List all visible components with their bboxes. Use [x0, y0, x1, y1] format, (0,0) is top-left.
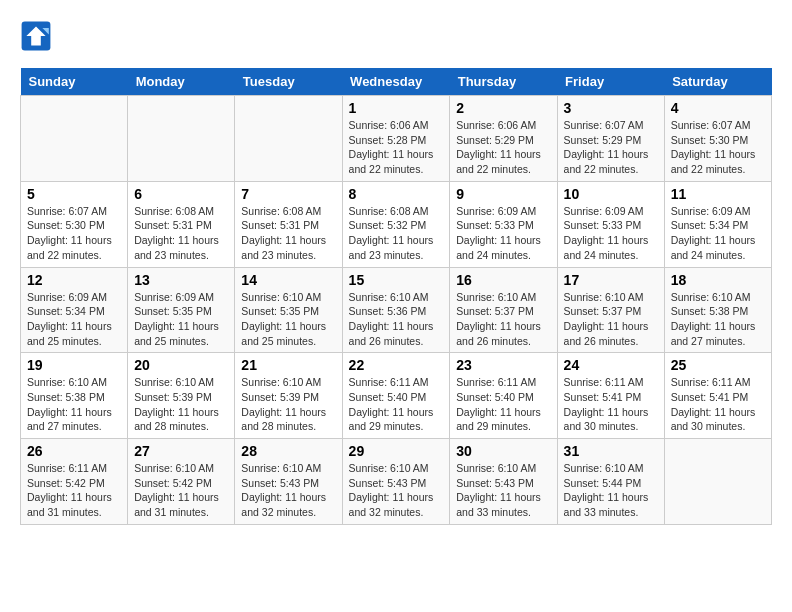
header-monday: Monday	[128, 68, 235, 96]
week-row-2: 5Sunrise: 6:07 AM Sunset: 5:30 PM Daylig…	[21, 181, 772, 267]
day-cell: 10Sunrise: 6:09 AM Sunset: 5:33 PM Dayli…	[557, 181, 664, 267]
day-number: 6	[134, 186, 228, 202]
day-cell: 13Sunrise: 6:09 AM Sunset: 5:35 PM Dayli…	[128, 267, 235, 353]
day-cell: 18Sunrise: 6:10 AM Sunset: 5:38 PM Dayli…	[664, 267, 771, 353]
day-cell: 14Sunrise: 6:10 AM Sunset: 5:35 PM Dayli…	[235, 267, 342, 353]
day-info: Sunrise: 6:06 AM Sunset: 5:28 PM Dayligh…	[349, 118, 444, 177]
week-row-1: 1Sunrise: 6:06 AM Sunset: 5:28 PM Daylig…	[21, 96, 772, 182]
day-number: 22	[349, 357, 444, 373]
day-cell	[664, 439, 771, 525]
day-info: Sunrise: 6:10 AM Sunset: 5:38 PM Dayligh…	[671, 290, 765, 349]
day-number: 3	[564, 100, 658, 116]
day-info: Sunrise: 6:08 AM Sunset: 5:31 PM Dayligh…	[241, 204, 335, 263]
day-number: 17	[564, 272, 658, 288]
day-number: 1	[349, 100, 444, 116]
day-cell: 12Sunrise: 6:09 AM Sunset: 5:34 PM Dayli…	[21, 267, 128, 353]
week-row-3: 12Sunrise: 6:09 AM Sunset: 5:34 PM Dayli…	[21, 267, 772, 353]
day-cell: 28Sunrise: 6:10 AM Sunset: 5:43 PM Dayli…	[235, 439, 342, 525]
day-cell: 23Sunrise: 6:11 AM Sunset: 5:40 PM Dayli…	[450, 353, 557, 439]
day-cell	[21, 96, 128, 182]
day-number: 20	[134, 357, 228, 373]
day-cell: 2Sunrise: 6:06 AM Sunset: 5:29 PM Daylig…	[450, 96, 557, 182]
day-number: 2	[456, 100, 550, 116]
day-info: Sunrise: 6:09 AM Sunset: 5:34 PM Dayligh…	[27, 290, 121, 349]
day-info: Sunrise: 6:10 AM Sunset: 5:36 PM Dayligh…	[349, 290, 444, 349]
day-number: 28	[241, 443, 335, 459]
day-info: Sunrise: 6:11 AM Sunset: 5:40 PM Dayligh…	[456, 375, 550, 434]
day-number: 19	[27, 357, 121, 373]
calendar-table: SundayMondayTuesdayWednesdayThursdayFrid…	[20, 68, 772, 525]
day-number: 11	[671, 186, 765, 202]
day-info: Sunrise: 6:07 AM Sunset: 5:30 PM Dayligh…	[27, 204, 121, 263]
day-info: Sunrise: 6:10 AM Sunset: 5:42 PM Dayligh…	[134, 461, 228, 520]
day-info: Sunrise: 6:07 AM Sunset: 5:29 PM Dayligh…	[564, 118, 658, 177]
day-cell: 27Sunrise: 6:10 AM Sunset: 5:42 PM Dayli…	[128, 439, 235, 525]
day-number: 18	[671, 272, 765, 288]
day-number: 5	[27, 186, 121, 202]
day-info: Sunrise: 6:10 AM Sunset: 5:39 PM Dayligh…	[134, 375, 228, 434]
day-info: Sunrise: 6:11 AM Sunset: 5:41 PM Dayligh…	[564, 375, 658, 434]
day-info: Sunrise: 6:11 AM Sunset: 5:42 PM Dayligh…	[27, 461, 121, 520]
day-number: 21	[241, 357, 335, 373]
header-tuesday: Tuesday	[235, 68, 342, 96]
day-number: 12	[27, 272, 121, 288]
header-wednesday: Wednesday	[342, 68, 450, 96]
day-cell: 16Sunrise: 6:10 AM Sunset: 5:37 PM Dayli…	[450, 267, 557, 353]
day-number: 29	[349, 443, 444, 459]
day-info: Sunrise: 6:10 AM Sunset: 5:44 PM Dayligh…	[564, 461, 658, 520]
header-friday: Friday	[557, 68, 664, 96]
calendar-header-row: SundayMondayTuesdayWednesdayThursdayFrid…	[21, 68, 772, 96]
day-number: 23	[456, 357, 550, 373]
header-sunday: Sunday	[21, 68, 128, 96]
logo	[20, 20, 56, 52]
day-cell: 8Sunrise: 6:08 AM Sunset: 5:32 PM Daylig…	[342, 181, 450, 267]
day-info: Sunrise: 6:10 AM Sunset: 5:35 PM Dayligh…	[241, 290, 335, 349]
day-number: 15	[349, 272, 444, 288]
day-info: Sunrise: 6:11 AM Sunset: 5:41 PM Dayligh…	[671, 375, 765, 434]
day-number: 10	[564, 186, 658, 202]
logo-icon	[20, 20, 52, 52]
day-info: Sunrise: 6:09 AM Sunset: 5:33 PM Dayligh…	[456, 204, 550, 263]
day-cell: 26Sunrise: 6:11 AM Sunset: 5:42 PM Dayli…	[21, 439, 128, 525]
day-cell	[128, 96, 235, 182]
day-cell: 20Sunrise: 6:10 AM Sunset: 5:39 PM Dayli…	[128, 353, 235, 439]
week-row-5: 26Sunrise: 6:11 AM Sunset: 5:42 PM Dayli…	[21, 439, 772, 525]
day-info: Sunrise: 6:08 AM Sunset: 5:32 PM Dayligh…	[349, 204, 444, 263]
header-saturday: Saturday	[664, 68, 771, 96]
day-number: 30	[456, 443, 550, 459]
day-info: Sunrise: 6:10 AM Sunset: 5:43 PM Dayligh…	[349, 461, 444, 520]
day-cell: 15Sunrise: 6:10 AM Sunset: 5:36 PM Dayli…	[342, 267, 450, 353]
day-info: Sunrise: 6:10 AM Sunset: 5:37 PM Dayligh…	[456, 290, 550, 349]
day-number: 7	[241, 186, 335, 202]
day-number: 24	[564, 357, 658, 373]
day-info: Sunrise: 6:09 AM Sunset: 5:35 PM Dayligh…	[134, 290, 228, 349]
day-cell: 21Sunrise: 6:10 AM Sunset: 5:39 PM Dayli…	[235, 353, 342, 439]
day-cell: 3Sunrise: 6:07 AM Sunset: 5:29 PM Daylig…	[557, 96, 664, 182]
day-cell: 29Sunrise: 6:10 AM Sunset: 5:43 PM Dayli…	[342, 439, 450, 525]
day-cell: 22Sunrise: 6:11 AM Sunset: 5:40 PM Dayli…	[342, 353, 450, 439]
day-number: 8	[349, 186, 444, 202]
day-cell: 5Sunrise: 6:07 AM Sunset: 5:30 PM Daylig…	[21, 181, 128, 267]
day-cell: 1Sunrise: 6:06 AM Sunset: 5:28 PM Daylig…	[342, 96, 450, 182]
day-number: 9	[456, 186, 550, 202]
day-info: Sunrise: 6:10 AM Sunset: 5:38 PM Dayligh…	[27, 375, 121, 434]
day-info: Sunrise: 6:06 AM Sunset: 5:29 PM Dayligh…	[456, 118, 550, 177]
day-info: Sunrise: 6:07 AM Sunset: 5:30 PM Dayligh…	[671, 118, 765, 177]
day-number: 13	[134, 272, 228, 288]
day-info: Sunrise: 6:10 AM Sunset: 5:37 PM Dayligh…	[564, 290, 658, 349]
day-cell: 17Sunrise: 6:10 AM Sunset: 5:37 PM Dayli…	[557, 267, 664, 353]
day-cell: 19Sunrise: 6:10 AM Sunset: 5:38 PM Dayli…	[21, 353, 128, 439]
day-cell: 9Sunrise: 6:09 AM Sunset: 5:33 PM Daylig…	[450, 181, 557, 267]
day-info: Sunrise: 6:08 AM Sunset: 5:31 PM Dayligh…	[134, 204, 228, 263]
day-info: Sunrise: 6:11 AM Sunset: 5:40 PM Dayligh…	[349, 375, 444, 434]
day-cell: 24Sunrise: 6:11 AM Sunset: 5:41 PM Dayli…	[557, 353, 664, 439]
day-cell: 6Sunrise: 6:08 AM Sunset: 5:31 PM Daylig…	[128, 181, 235, 267]
day-number: 26	[27, 443, 121, 459]
day-number: 25	[671, 357, 765, 373]
day-number: 27	[134, 443, 228, 459]
day-number: 31	[564, 443, 658, 459]
day-cell: 7Sunrise: 6:08 AM Sunset: 5:31 PM Daylig…	[235, 181, 342, 267]
day-info: Sunrise: 6:09 AM Sunset: 5:33 PM Dayligh…	[564, 204, 658, 263]
day-cell: 31Sunrise: 6:10 AM Sunset: 5:44 PM Dayli…	[557, 439, 664, 525]
header-thursday: Thursday	[450, 68, 557, 96]
